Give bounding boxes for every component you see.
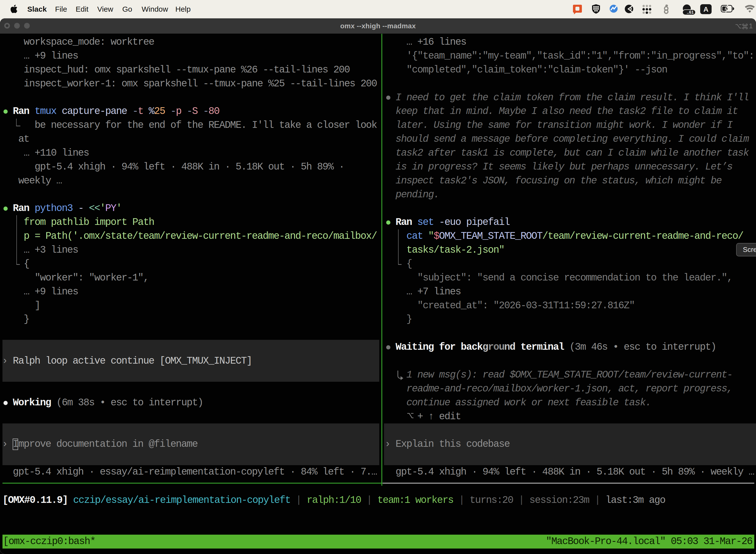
svg-text:..61: ..61 <box>687 10 694 15</box>
svg-text:A: A <box>703 5 708 13</box>
